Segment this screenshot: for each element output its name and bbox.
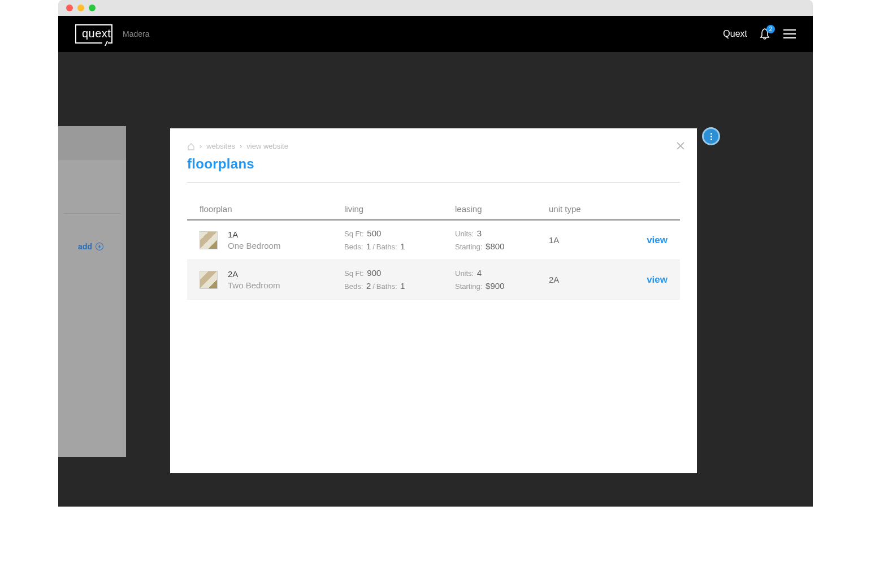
- home-icon[interactable]: [187, 142, 195, 150]
- window-maximize-icon[interactable]: [89, 5, 96, 11]
- beds-value: 2: [366, 281, 371, 291]
- table-header: floorplan living leasing unit type: [187, 204, 680, 220]
- view-link[interactable]: view: [647, 274, 668, 285]
- beds-label: Beds:: [344, 282, 363, 291]
- modal-title: floorplans: [187, 156, 680, 172]
- breadcrumb-item[interactable]: websites: [206, 142, 235, 150]
- header-left: quext Madera: [75, 24, 149, 44]
- add-button[interactable]: add +: [78, 242, 103, 251]
- notifications-button[interactable]: 2: [760, 28, 771, 40]
- unit-type-value: 1A: [549, 235, 645, 245]
- header-right: Quext 2: [723, 28, 796, 40]
- modal-close-button[interactable]: [677, 141, 684, 153]
- table-row[interactable]: 1A One Bedroom Sq Ft: 500 Beds: 1/Baths:…: [187, 220, 680, 260]
- background-sidebar: add +: [58, 126, 126, 457]
- beds-label: Beds:: [344, 243, 363, 251]
- property-name: Madera: [123, 29, 149, 38]
- column-header-unit-type: unit type: [549, 204, 645, 214]
- sqft-label: Sq Ft:: [344, 230, 364, 238]
- baths-label: Baths:: [376, 243, 397, 251]
- window-minimize-icon[interactable]: [77, 5, 84, 11]
- floorplan-thumbnail: [200, 271, 218, 289]
- breadcrumb: › websites › view website: [187, 142, 680, 150]
- column-header-floorplan: floorplan: [200, 204, 344, 214]
- baths-value: 1: [400, 241, 405, 251]
- floorplan-name: One Bedroom: [228, 241, 280, 250]
- kebab-icon: [710, 133, 712, 135]
- app-logo[interactable]: quext: [75, 24, 112, 44]
- column-header-living: living: [344, 204, 455, 214]
- floorplan-thumbnail: [200, 231, 218, 249]
- floorplan-code: 1A: [228, 230, 280, 239]
- chevron-right-icon: ›: [240, 142, 242, 150]
- baths-label: Baths:: [376, 282, 397, 291]
- unit-type-value: 2A: [549, 275, 645, 284]
- window-close-icon[interactable]: [66, 5, 73, 11]
- table-row[interactable]: 2A Two Bedroom Sq Ft: 900 Beds: 2/Baths:…: [187, 260, 680, 300]
- units-label: Units:: [455, 230, 474, 238]
- app-window: quext Madera Quext 2: [58, 16, 813, 507]
- sqft-value: 900: [367, 268, 381, 278]
- browser-frame: quext Madera Quext 2: [58, 0, 813, 507]
- beds-value: 1: [366, 241, 371, 251]
- floorplan-code: 2A: [228, 269, 280, 279]
- floorplans-modal: › websites › view website floorplans flo…: [170, 128, 697, 473]
- add-label: add: [78, 242, 92, 251]
- background-panel: add +: [58, 160, 126, 457]
- starting-label: Starting:: [455, 243, 482, 251]
- logo-text: quext: [82, 27, 111, 40]
- close-icon: [677, 142, 684, 150]
- starting-value: $800: [486, 241, 504, 251]
- browser-titlebar: [58, 0, 813, 16]
- app-header: quext Madera Quext 2: [58, 16, 813, 52]
- hamburger-icon: [783, 29, 796, 31]
- floorplan-name: Two Bedroom: [228, 280, 280, 290]
- baths-value: 1: [400, 281, 405, 291]
- menu-button[interactable]: [783, 29, 796, 38]
- starting-label: Starting:: [455, 282, 482, 291]
- chevron-right-icon: ›: [200, 142, 202, 150]
- view-link[interactable]: view: [647, 235, 668, 245]
- units-label: Units:: [455, 269, 474, 278]
- sqft-value: 500: [367, 228, 381, 238]
- user-label[interactable]: Quext: [723, 29, 747, 39]
- units-value: 3: [477, 228, 482, 238]
- units-value: 4: [477, 268, 482, 278]
- sqft-label: Sq Ft:: [344, 269, 364, 278]
- more-actions-button[interactable]: [702, 127, 720, 145]
- column-header-leasing: leasing: [455, 204, 549, 214]
- starting-value: $900: [486, 281, 504, 291]
- notification-badge: 2: [766, 25, 775, 33]
- plus-circle-icon: +: [96, 243, 103, 250]
- breadcrumb-item[interactable]: view website: [246, 142, 288, 150]
